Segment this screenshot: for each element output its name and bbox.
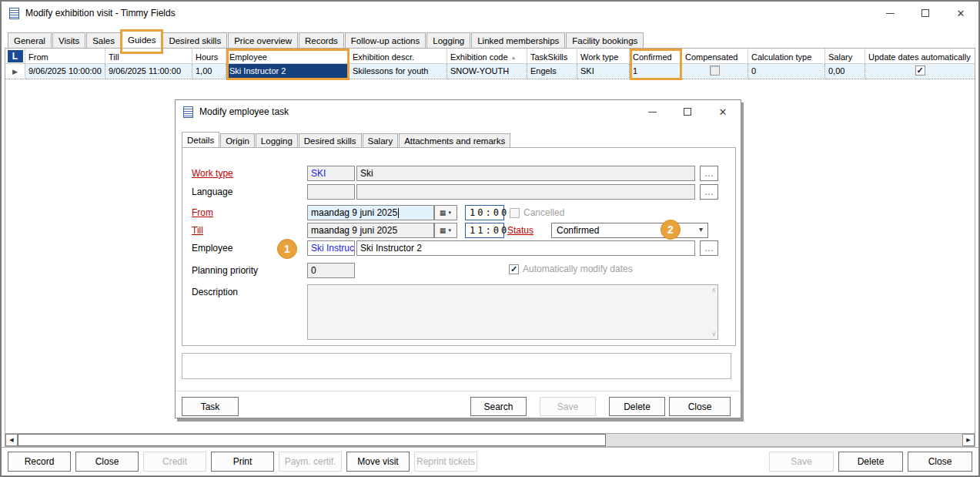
employee-code-field[interactable]: Ski Instruc — [307, 240, 355, 256]
table-row[interactable]: ▶ 9/06/2025 10:00:00 9/06/2025 11:00:00 … — [5, 64, 975, 79]
tab-sales[interactable]: Sales — [86, 32, 121, 48]
save-visit-button[interactable]: Save — [769, 452, 834, 472]
tab-facility-bookings[interactable]: Facility bookings — [566, 32, 644, 48]
column-header-calculation-type[interactable]: Calculation type — [748, 49, 825, 64]
tab-visits[interactable]: Visits — [52, 32, 85, 48]
move-visit-button[interactable]: Move visit — [346, 452, 410, 472]
column-header-hours[interactable]: Hours — [192, 49, 226, 64]
column-header-confirmed[interactable]: Confirmed — [630, 49, 682, 64]
cell-confirmed[interactable]: 1 — [630, 64, 682, 79]
tab-linked-memberships[interactable]: Linked memberships — [471, 32, 565, 48]
reprint-tickets-button[interactable]: Reprint tickets — [414, 452, 477, 472]
tab-label: Attachments and remarks — [404, 136, 505, 146]
update-dates-checkbox[interactable]: ✓ — [915, 66, 925, 76]
dialog-tab-desired-skills[interactable]: Desired skills — [299, 133, 362, 147]
print-button[interactable]: Print — [211, 452, 274, 472]
cell-hours[interactable]: 1,00 — [192, 64, 226, 79]
cell-compensated[interactable] — [682, 64, 748, 79]
row-selector-cell[interactable]: ▶ — [5, 64, 25, 79]
status-dropdown[interactable]: Confirmed▾ — [551, 223, 708, 238]
language-name-field[interactable] — [356, 184, 695, 200]
tab-price-overview[interactable]: Price overview — [228, 32, 298, 48]
language-lookup-button[interactable]: … — [700, 184, 718, 200]
scrollbar-track[interactable] — [606, 434, 962, 446]
cell-employee[interactable]: Ski Instructor 2 — [226, 64, 350, 79]
cell-from[interactable]: 9/06/2025 10:00:00 — [25, 64, 105, 79]
cell-calculation-type[interactable]: 0 — [748, 64, 825, 79]
column-header-from[interactable]: From — [25, 49, 105, 64]
cell-exhibition-code[interactable]: SNOW-YOUTH — [447, 64, 527, 79]
dialog-tab-origin[interactable]: Origin — [220, 133, 255, 147]
work-type-code-field[interactable]: SKI — [307, 166, 355, 181]
dialog-tab-salary[interactable]: Salary — [363, 133, 399, 147]
cell-taskskills[interactable]: Engels — [527, 64, 577, 79]
delete-visit-button[interactable]: Delete — [838, 452, 903, 472]
close-dialog-button[interactable]: Close — [669, 397, 731, 416]
record-button[interactable]: Record — [8, 452, 71, 472]
close-button[interactable]: ✕ — [943, 2, 978, 25]
tab-general[interactable]: General — [8, 32, 52, 48]
delete-button[interactable]: Delete — [609, 397, 665, 416]
close-visit-button[interactable]: Close — [75, 452, 139, 472]
dialog-tab-attachments[interactable]: Attachments and remarks — [399, 133, 510, 147]
employee-lookup-button[interactable]: … — [700, 240, 718, 256]
till-time-input[interactable]: 11:00 — [465, 223, 504, 238]
from-date-input[interactable]: maandag 9 juni 2025 — [307, 205, 434, 220]
work-type-name-field[interactable]: Ski — [356, 166, 695, 181]
cell-update-dates[interactable]: ✓ — [865, 64, 975, 79]
dialog-close-button[interactable]: ✕ — [705, 100, 741, 123]
employee-name-field[interactable]: Ski Instructor 2 — [356, 240, 695, 256]
cancelled-checkbox[interactable] — [510, 208, 520, 218]
column-header-employee[interactable]: Employee — [226, 49, 350, 64]
column-label: Confirmed — [633, 52, 672, 62]
maximize-button[interactable] — [908, 2, 943, 25]
dialog-tab-logging[interactable]: Logging — [256, 133, 298, 147]
close-window-button[interactable]: Close — [908, 452, 972, 472]
column-header-exhibition-code[interactable]: Exhibition code▲ — [447, 49, 527, 64]
grid-corner-cell[interactable]: L — [5, 49, 25, 64]
till-date-input[interactable]: maandag 9 juni 2025 — [307, 223, 434, 238]
tab-guides[interactable]: Guides — [122, 31, 162, 48]
save-button[interactable]: Save — [540, 397, 596, 416]
scroll-left-button[interactable]: ◀ — [5, 434, 18, 446]
column-header-taskskills[interactable]: TaskSkills — [527, 49, 577, 64]
column-header-update-dates[interactable]: Update dates automatically — [865, 49, 975, 64]
auto-modify-dates-checkbox[interactable]: ✓ — [509, 264, 519, 274]
tab-logging[interactable]: Logging — [426, 32, 470, 48]
compensated-checkbox[interactable] — [710, 66, 720, 76]
cell-till[interactable]: 9/06/2025 11:00:00 — [105, 64, 192, 79]
scroll-right-button[interactable]: ▶ — [962, 434, 975, 446]
tab-label: Desired skills — [304, 136, 356, 146]
tab-records[interactable]: Records — [299, 32, 344, 48]
work-type-lookup-button[interactable]: … — [700, 166, 718, 181]
column-header-till[interactable]: Till — [105, 49, 192, 64]
credit-button[interactable]: Credit — [143, 452, 206, 472]
column-header-compensated[interactable]: Compensated — [682, 49, 748, 64]
scrollbar-thumb[interactable] — [18, 434, 606, 446]
from-time-input[interactable]: 10:00 — [465, 205, 504, 220]
column-header-salary[interactable]: Salary — [825, 49, 865, 64]
task-button[interactable]: Task — [182, 397, 239, 416]
tab-desired-skills[interactable]: Desired skills — [162, 32, 227, 48]
language-code-field[interactable] — [307, 184, 355, 200]
payment-certificate-button[interactable]: Paym. certif. — [279, 452, 342, 472]
dialog-minimize-button[interactable] — [634, 100, 670, 123]
scroll-up-icon: ∧ — [711, 287, 716, 294]
minimize-button[interactable] — [872, 2, 908, 25]
cell-work-type[interactable]: SKI — [577, 64, 630, 79]
column-header-exhibition-descr[interactable]: Exhibition descr. — [350, 49, 447, 64]
till-date-picker-button[interactable]: ▦▼ — [434, 223, 457, 238]
planning-priority-field[interactable]: 0 — [307, 263, 355, 278]
cell-exhibition-descr[interactable]: Skilessons for youth — [350, 64, 447, 79]
column-header-work-type[interactable]: Work type — [577, 49, 630, 64]
from-date-picker-button[interactable]: ▦▼ — [434, 205, 457, 220]
horizontal-scrollbar[interactable]: ◀ ▶ — [5, 433, 975, 446]
column-label: Work type — [580, 52, 618, 62]
cell-salary[interactable]: 0,00 — [825, 64, 865, 79]
search-button[interactable]: Search — [470, 397, 527, 416]
dialog-maximize-button[interactable] — [670, 100, 705, 123]
from-label: From — [192, 207, 213, 218]
dialog-tab-details[interactable]: Details — [182, 132, 219, 147]
tab-follow-up-actions[interactable]: Follow-up actions — [345, 32, 426, 48]
description-textarea[interactable]: ∧ ∨ — [307, 284, 718, 340]
